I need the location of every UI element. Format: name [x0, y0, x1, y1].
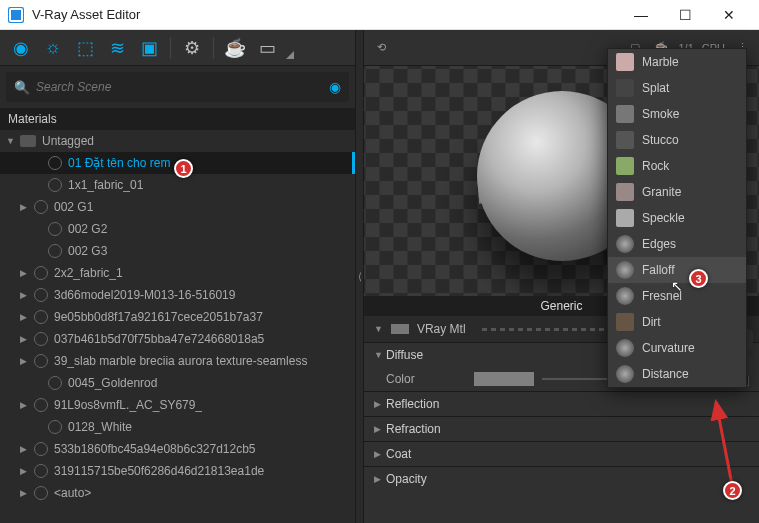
opacity-header[interactable]: ▶Opacity: [364, 467, 759, 491]
texture-thumb: [616, 365, 634, 383]
texmenu-item-marble[interactable]: Marble: [608, 49, 746, 75]
close-button[interactable]: ✕: [707, 1, 751, 29]
settings-icon[interactable]: ⚙: [177, 33, 207, 63]
material-name: 9e05bb0d8f17a921617cece2051b7a37: [54, 310, 263, 324]
minimize-button[interactable]: —: [619, 1, 663, 29]
titlebar: V-Ray Asset Editor — ☐ ✕: [0, 0, 759, 30]
chevron-right-icon: ▶: [20, 334, 32, 344]
material-icon: [48, 156, 62, 170]
material-name: <auto>: [54, 486, 91, 500]
layers-tab-icon[interactable]: ≋: [102, 33, 132, 63]
material-icon: [34, 200, 48, 214]
material-item[interactable]: ▶3d66model2019-M013-16-516019: [0, 284, 355, 306]
color-swatch[interactable]: [474, 372, 534, 386]
material-item[interactable]: ▶533b1860fbc45a94e08b6c327d12cb5: [0, 438, 355, 460]
material-icon: [34, 442, 48, 456]
material-item[interactable]: ▶39_slab marble breciia aurora texture-s…: [0, 350, 355, 372]
material-item[interactable]: ▶2x2_fabric_1: [0, 262, 355, 284]
group-label: Untagged: [42, 134, 94, 148]
toolbar-more-caret[interactable]: [284, 33, 294, 63]
mat-slot-icon: [391, 324, 409, 334]
texture-thumb: [616, 79, 634, 97]
textures-tab-icon[interactable]: ▣: [134, 33, 164, 63]
texmenu-item-splat[interactable]: Splat: [608, 75, 746, 101]
material-icon: [48, 244, 62, 258]
lights-tab-icon[interactable]: ☼: [38, 33, 68, 63]
coat-header[interactable]: ▶Coat: [364, 442, 759, 466]
material-name: 1x1_fabric_01: [68, 178, 143, 192]
filter-icon[interactable]: ◉: [329, 79, 341, 95]
material-icon: [48, 222, 62, 236]
material-item[interactable]: 0045_Goldenrod: [0, 372, 355, 394]
texmenu-item-speckle[interactable]: Speckle: [608, 205, 746, 231]
texmenu-item-distance[interactable]: Distance: [608, 361, 746, 387]
material-item[interactable]: ▶91L9os8vmfL._AC_SY679_: [0, 394, 355, 416]
materials-header: Materials: [0, 108, 355, 130]
texmenu-label: Curvature: [642, 341, 695, 355]
texmenu-label: Splat: [642, 81, 669, 95]
texmenu-label: Granite: [642, 185, 681, 199]
refraction-header[interactable]: ▶Refraction: [364, 417, 759, 441]
material-item[interactable]: 002 G2: [0, 218, 355, 240]
texmenu-label: Speckle: [642, 211, 685, 225]
chevron-right-icon: ▶: [20, 312, 32, 322]
texture-thumb: [616, 183, 634, 201]
texmenu-item-granite[interactable]: Granite: [608, 179, 746, 205]
material-name: 39_slab marble breciia aurora texture-se…: [54, 354, 307, 368]
geometry-tab-icon[interactable]: ⬚: [70, 33, 100, 63]
materials-tab-icon[interactable]: ◉: [6, 33, 36, 63]
texture-dropdown[interactable]: MarbleSplatSmokeStuccoRockGraniteSpeckle…: [607, 48, 747, 388]
reflection-header[interactable]: ▶Reflection: [364, 392, 759, 416]
search-bar[interactable]: 🔍 ◉: [6, 72, 349, 102]
chevron-down-icon: ▼: [374, 350, 386, 360]
toolbar-separator: [213, 37, 214, 59]
chevron-right-icon: ▶: [20, 400, 32, 410]
left-panel: ◉ ☼ ⬚ ≋ ▣ ⚙ ☕ ▭ 🔍 ◉ Materials ▼ Untagged…: [0, 30, 355, 523]
texmenu-item-smoke[interactable]: Smoke: [608, 101, 746, 127]
texmenu-item-curvature[interactable]: Curvature: [608, 335, 746, 361]
texture-thumb: [616, 261, 634, 279]
material-name: 2x2_fabric_1: [54, 266, 123, 280]
texmenu-label: Distance: [642, 367, 689, 381]
texmenu-item-stucco[interactable]: Stucco: [608, 127, 746, 153]
texture-thumb: [616, 313, 634, 331]
material-icon: [48, 420, 62, 434]
materials-tree: ▼ Untagged 01 Đặt tên cho rem1x1_fabric_…: [0, 130, 355, 523]
mouse-cursor: ↖: [671, 278, 683, 294]
render-output-icon[interactable]: ▭: [252, 33, 282, 63]
material-name: 002 G2: [68, 222, 107, 236]
material-item[interactable]: 1x1_fabric_01: [0, 174, 355, 196]
texmenu-item-rock[interactable]: Rock: [608, 153, 746, 179]
material-item[interactable]: 002 G3: [0, 240, 355, 262]
material-item[interactable]: 0128_White: [0, 416, 355, 438]
material-icon: [34, 288, 48, 302]
search-input[interactable]: [36, 80, 329, 94]
texmenu-item-dirt[interactable]: Dirt: [608, 309, 746, 335]
material-item[interactable]: ▶037b461b5d70f75bba47e724668018a5: [0, 328, 355, 350]
left-toolbar: ◉ ☼ ⬚ ≋ ▣ ⚙ ☕ ▭: [0, 30, 355, 66]
tag-icon: [20, 135, 36, 147]
teapot-icon[interactable]: ☕: [220, 33, 250, 63]
selection-indicator: [352, 152, 355, 174]
toolbar-separator: [170, 37, 171, 59]
untagged-group[interactable]: ▼ Untagged: [0, 130, 355, 152]
texmenu-item-edges[interactable]: Edges: [608, 231, 746, 257]
callout-2: 2: [723, 481, 742, 500]
maximize-button[interactable]: ☐: [663, 1, 707, 29]
callout-1: 1: [174, 159, 193, 178]
link-icon[interactable]: ⟲: [372, 39, 390, 57]
material-name: 319115715be50f6286d46d21813ea1de: [54, 464, 264, 478]
material-icon: [34, 464, 48, 478]
material-item[interactable]: ▶9e05bb0d8f17a921617cece2051b7a37: [0, 306, 355, 328]
material-name: 002 G3: [68, 244, 107, 258]
material-item[interactable]: ▶002 G1: [0, 196, 355, 218]
material-name: 3d66model2019-M013-16-516019: [54, 288, 235, 302]
app-logo: [8, 7, 24, 23]
panel-collapser[interactable]: ⟨: [355, 30, 364, 523]
chevron-right-icon: ▶: [20, 268, 32, 278]
material-item[interactable]: ▶319115715be50f6286d46d21813ea1de: [0, 460, 355, 482]
texmenu-label: Rock: [642, 159, 669, 173]
texmenu-label: Smoke: [642, 107, 679, 121]
texmenu-label: Marble: [642, 55, 679, 69]
material-item[interactable]: ▶<auto>: [0, 482, 355, 504]
